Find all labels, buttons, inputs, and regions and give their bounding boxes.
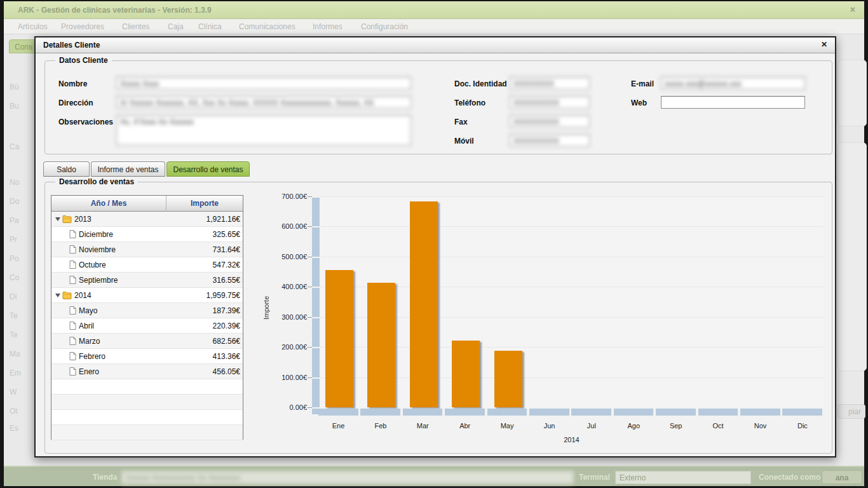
menu-item-caja[interactable]: Caja xyxy=(168,22,184,31)
web-field[interactable] xyxy=(661,96,805,109)
document-icon xyxy=(69,337,76,345)
table-row-octubre[interactable]: Octubre547.32€ xyxy=(51,257,243,273)
y-tick-mark xyxy=(308,407,312,408)
menu-item-proveedores[interactable]: Proveedores xyxy=(61,22,104,31)
doc-identidad-field[interactable]: XXXXXXXX xyxy=(510,77,590,90)
tab-informe-de-ventas[interactable]: Informe de ventas xyxy=(91,161,165,177)
window-title: ARK - Gestión de clínicas veterinarias -… xyxy=(18,6,212,15)
background-label-fragment: Bu xyxy=(10,102,19,111)
y-axis-bar xyxy=(312,196,320,414)
y-tick-label: 0.00€ xyxy=(268,403,307,411)
y-tick-mark xyxy=(308,317,312,318)
nombre-field[interactable]: Xxxxx Xxxx xyxy=(116,77,411,90)
table-row-noviembre[interactable]: Noviembre731.64€ xyxy=(51,242,243,257)
table-row-2013[interactable]: 20131,921.16€ xyxy=(51,212,243,227)
document-icon xyxy=(69,276,76,284)
email-label: E-mail xyxy=(631,79,654,88)
gridline xyxy=(320,196,824,197)
folder-icon xyxy=(62,292,72,299)
tab-desarrollo-de-ventas[interactable]: Desarrollo de ventas xyxy=(166,161,250,177)
x-axis-segment xyxy=(360,409,400,416)
anio-mes-cell xyxy=(51,395,166,409)
menu-item-clinica[interactable]: Clínica xyxy=(198,22,222,31)
document-icon xyxy=(69,245,76,254)
telefono-field[interactable]: XXXXXXXXX xyxy=(510,96,590,109)
y-axis-title: Importe xyxy=(262,269,271,346)
terminal-input[interactable]: Externo xyxy=(615,471,751,484)
menu-item-articulos[interactable]: Artículos xyxy=(18,22,48,31)
y-tick-label: 200.00€ xyxy=(268,343,307,351)
tienda-input[interactable]: Xxxxxx Xxxxxxxxxxx Xx Xxxxxxxx xyxy=(121,471,574,484)
movil-field[interactable]: XXXXXXXXX xyxy=(510,134,590,147)
background-label-fragment: Pa xyxy=(10,216,19,225)
user-button[interactable]: ana xyxy=(822,470,862,484)
table-row-septiembre[interactable]: Septiembre316.55€ xyxy=(51,273,243,288)
menu-item-configuracion[interactable]: Configuración xyxy=(361,22,408,31)
limpiar-button-fragment[interactable]: piar xyxy=(837,404,865,419)
bar-abr[interactable] xyxy=(452,341,480,407)
bar-feb[interactable] xyxy=(367,283,395,407)
x-tick-label-mar: Mar xyxy=(403,422,443,430)
background-label-fragment: Bú xyxy=(10,83,19,92)
axis-tick-gap xyxy=(312,317,320,318)
menu-item-clientes[interactable]: Clientes xyxy=(122,22,149,31)
x-axis-segment xyxy=(403,409,443,416)
window-close-icon[interactable]: × xyxy=(850,4,855,15)
importe-cell: 413.36€ xyxy=(166,349,240,363)
axis-tick-gap xyxy=(312,347,320,348)
desarrollo-ventas-legend: Desarrollo de ventas xyxy=(55,177,138,186)
background-label-fragment: Ot xyxy=(10,407,18,416)
column-header-importe[interactable]: Importe xyxy=(166,199,243,208)
y-tick-mark xyxy=(308,347,312,348)
email-field[interactable]: xxxxx.xxx@xxxxxx.xxx xyxy=(661,77,805,90)
x-tick-label-ago: Ago xyxy=(614,422,654,430)
table-row-2014[interactable]: 20141,959.75€ xyxy=(51,288,243,303)
direccion-field[interactable]: X/ Xxxxxx Xxxxxxx, XX, Xxx Xx Xxxxx, XXX… xyxy=(116,96,411,109)
table-row-marzo[interactable]: Marzo682.56€ xyxy=(51,334,243,349)
gridline xyxy=(320,226,824,227)
x-axis-segment xyxy=(529,409,569,416)
bar-mar[interactable] xyxy=(410,201,438,407)
table-row-mayo[interactable]: Mayo187.39€ xyxy=(51,303,243,318)
x-tick-label-feb: Feb xyxy=(360,422,400,430)
observaciones-field[interactable]: Xx, X'Xxxx Xx Xxxxxx xyxy=(116,115,411,146)
tab-saldo[interactable]: Saldo xyxy=(43,161,90,177)
importe-cell: 325.65€ xyxy=(166,227,240,241)
y-tick-mark xyxy=(308,287,312,287)
importe-cell: 731.64€ xyxy=(166,242,240,257)
bar-ene[interactable] xyxy=(325,270,353,407)
anio-mes-cell: Diciembre xyxy=(51,227,166,241)
month-label: Abril xyxy=(79,322,94,330)
table-row-enero[interactable]: Enero456.05€ xyxy=(51,364,243,379)
table-row-abril[interactable]: Abril220.39€ xyxy=(51,318,243,334)
table-row-febrero[interactable]: Febrero413.36€ xyxy=(51,349,243,364)
anio-mes-cell: Octubre xyxy=(51,257,166,272)
x-tick-label-abr: Abr xyxy=(445,422,485,430)
month-label: Octubre xyxy=(79,261,106,269)
axis-tick-gap xyxy=(312,257,320,258)
x-axis-segment xyxy=(445,409,485,416)
table-empty-row xyxy=(51,395,243,410)
importe-cell: 547.32€ xyxy=(166,257,240,272)
x-tick-label-may: May xyxy=(487,422,527,430)
table-row-diciembre[interactable]: Diciembre325.65€ xyxy=(51,227,243,242)
importe-cell: 316.55€ xyxy=(166,273,240,287)
x-axis-segment xyxy=(698,409,738,416)
axis-tick-gap xyxy=(312,377,320,379)
expand-caret-icon[interactable] xyxy=(55,294,60,297)
expand-caret-icon[interactable] xyxy=(55,217,60,221)
column-header-anio-mes[interactable]: Año / Mes xyxy=(51,199,166,208)
menu-item-informes[interactable]: Informes xyxy=(313,22,342,31)
document-icon xyxy=(69,367,76,376)
table-empty-row xyxy=(51,425,243,440)
fax-field[interactable]: XXXXXXXXX xyxy=(510,115,590,128)
dialog-header: Detalles Cliente ✕ xyxy=(36,37,835,53)
dialog-close-icon[interactable]: ✕ xyxy=(821,40,827,49)
y-tick-label: 100.00€ xyxy=(268,374,307,381)
chart-plot-area xyxy=(320,196,824,407)
menu-item-comunicaciones[interactable]: Comunicaciones xyxy=(239,22,295,31)
background-label-fragment: Es xyxy=(10,424,18,433)
x-axis-segment xyxy=(614,409,654,416)
bar-may[interactable] xyxy=(494,351,522,407)
x-tick-label-sep: Sep xyxy=(656,422,696,430)
